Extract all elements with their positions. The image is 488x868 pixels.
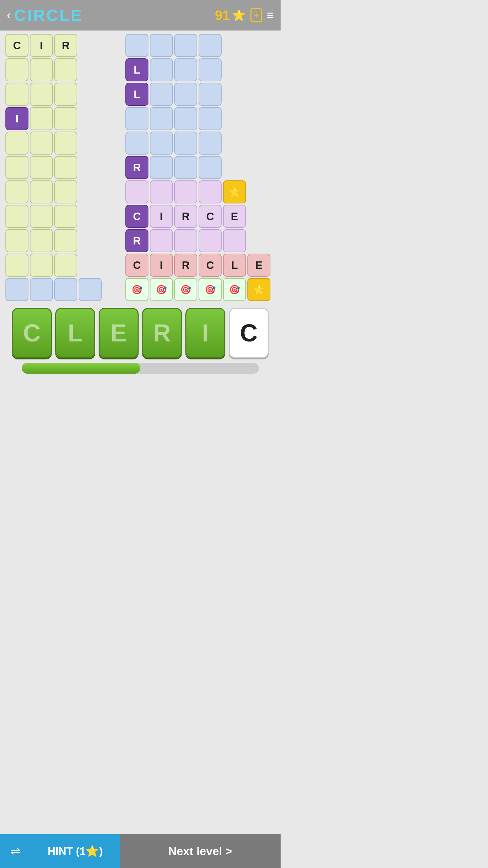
right-cell-0-1[interactable] [150,34,173,57]
right-row-9: C I R C L E [125,254,270,277]
left-cell-6-2[interactable] [54,180,77,203]
right-cell-8-0[interactable]: R [125,229,148,252]
progress-bar-fill [22,363,140,374]
left-cell-5-1[interactable] [30,156,53,179]
right-cell-1-0[interactable]: L [125,58,148,81]
right-cell-8-2[interactable] [174,229,197,252]
progress-bar-container [22,363,259,374]
page-title: CIRCLE [14,6,83,25]
right-cell-6-0[interactable] [125,180,148,203]
right-cell-2-2[interactable] [174,83,197,106]
left-cell-3-0[interactable]: I [5,107,28,130]
key-C2[interactable]: C [229,308,269,358]
back-button[interactable]: ‹ [7,8,11,22]
left-cell-4-0[interactable] [5,132,28,155]
key-C[interactable]: C [12,308,52,358]
left-cell-8-0[interactable] [5,229,28,252]
right-cell-5-2[interactable] [174,156,197,179]
left-row-9 [5,254,102,277]
right-cell-2-0[interactable]: L [125,83,148,106]
left-cell-10-1[interactable] [30,278,53,301]
left-cell-10-0[interactable] [5,278,28,301]
right-cell-8-4[interactable] [223,229,246,252]
right-cell-5-3[interactable] [199,156,222,179]
left-cell-1-1[interactable] [30,58,53,81]
right-cell-9-3[interactable]: C [199,254,222,277]
left-cell-4-1[interactable] [30,132,53,155]
left-cell-5-0[interactable] [5,156,28,179]
right-cell-7-3[interactable]: C [199,205,222,228]
left-cell-10-3[interactable] [79,278,102,301]
left-cell-2-0[interactable] [5,83,28,106]
target-4: 🎯 [223,278,246,301]
left-cell-6-0[interactable] [5,180,28,203]
right-cell-6-3[interactable] [199,180,222,203]
right-cell-4-2[interactable] [174,132,197,155]
left-cell-1-2[interactable] [54,58,77,81]
left-cell-9-0[interactable] [5,254,28,277]
right-cell-3-0[interactable] [125,107,148,130]
right-cell-0-2[interactable] [174,34,197,57]
left-cell-8-1[interactable] [30,229,53,252]
left-cell-4-2[interactable] [54,132,77,155]
left-cell-7-1[interactable] [30,205,53,228]
left-cell-5-2[interactable] [54,156,77,179]
left-cell-3-2[interactable] [54,107,77,130]
right-cell-8-3[interactable] [199,229,222,252]
score-area: 91 ⭐ [215,8,246,23]
right-cell-9-1[interactable]: I [150,254,173,277]
left-cell-9-2[interactable] [54,254,77,277]
right-cell-1-1[interactable] [150,58,173,81]
right-row-1: L [125,58,270,81]
left-cell-0-2[interactable]: R [54,34,77,57]
menu-button[interactable]: ≡ [267,8,274,22]
left-cell-8-2[interactable] [54,229,77,252]
left-row-3: I [5,107,102,130]
right-cell-7-1[interactable]: I [150,205,173,228]
right-cell-6-1[interactable] [150,180,173,203]
right-cell-9-5[interactable]: E [247,254,270,277]
right-row-4 [125,132,270,155]
right-cell-5-1[interactable] [150,156,173,179]
left-cell-3-1[interactable] [30,107,53,130]
right-cell-4-1[interactable] [150,132,173,155]
target-2: 🎯 [174,278,197,301]
right-cell-9-2[interactable]: R [174,254,197,277]
right-cell-2-1[interactable] [150,83,173,106]
left-cell-0-1[interactable]: I [30,34,53,57]
right-cell-3-2[interactable] [174,107,197,130]
left-cell-2-1[interactable] [30,83,53,106]
key-I[interactable]: I [185,308,225,358]
right-cell-4-3[interactable] [199,132,222,155]
right-cell-9-4[interactable]: L [223,254,246,277]
right-cell-7-2[interactable]: R [174,205,197,228]
score-star-icon: ⭐ [232,9,246,22]
left-cell-1-0[interactable] [5,58,28,81]
right-cell-6-2[interactable] [174,180,197,203]
key-R[interactable]: R [142,308,182,358]
right-cell-2-3[interactable] [199,83,222,106]
left-cell-2-2[interactable] [54,83,77,106]
right-cell-7-4[interactable]: E [223,205,246,228]
key-L[interactable]: L [55,308,95,358]
right-cell-9-0[interactable]: C [125,254,148,277]
add-stars-button[interactable]: + [250,8,262,22]
left-cell-6-1[interactable] [30,180,53,203]
right-cell-1-2[interactable] [174,58,197,81]
right-cell-8-1[interactable] [150,229,173,252]
left-cell-10-2[interactable] [54,278,77,301]
right-cell-3-1[interactable] [150,107,173,130]
left-grid: C I R I [5,34,102,301]
key-E[interactable]: E [99,308,139,358]
right-cell-5-0[interactable]: R [125,156,148,179]
right-cell-4-0[interactable] [125,132,148,155]
right-cell-0-3[interactable] [199,34,222,57]
right-cell-0-0[interactable] [125,34,148,57]
left-cell-7-0[interactable] [5,205,28,228]
left-cell-7-2[interactable] [54,205,77,228]
left-cell-0-0[interactable]: C [5,34,28,57]
right-cell-7-0[interactable]: C [125,205,148,228]
right-cell-1-3[interactable] [199,58,222,81]
left-cell-9-1[interactable] [30,254,53,277]
right-cell-3-3[interactable] [199,107,222,130]
